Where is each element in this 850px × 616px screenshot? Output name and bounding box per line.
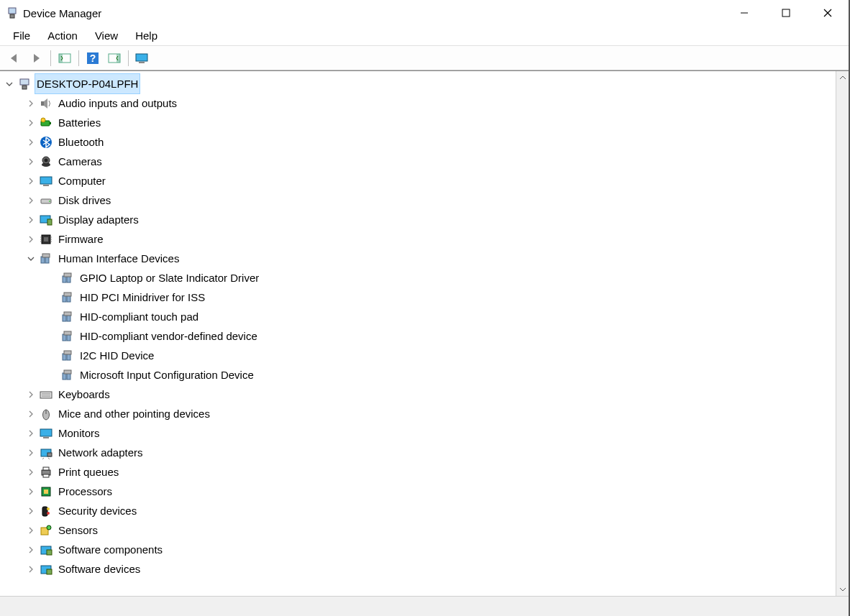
- tree-category-label[interactable]: Software devices: [56, 559, 142, 579]
- tree-category-label[interactable]: Audio inputs and outputs: [56, 93, 179, 113]
- chevron-right-icon[interactable]: [24, 524, 37, 537]
- tree-category[interactable]: Cameras: [3, 152, 836, 171]
- menu-file[interactable]: File: [4, 27, 39, 45]
- tree-category-label[interactable]: Monitors: [56, 423, 102, 443]
- menu-action[interactable]: Action: [39, 27, 86, 45]
- tree-device[interactable]: GPIO Laptop or Slate Indicator Driver: [3, 268, 836, 288]
- tree-category-label[interactable]: Software components: [56, 540, 165, 559]
- tree-category-label[interactable]: Computer: [56, 171, 108, 190]
- tree-category-label[interactable]: Cameras: [56, 152, 104, 171]
- tree-category[interactable]: Bluetooth: [3, 132, 836, 152]
- tree-category-label[interactable]: Disk drives: [56, 190, 113, 210]
- scroll-up-button[interactable]: [836, 71, 849, 84]
- tree-category[interactable]: Batteries: [3, 113, 836, 132]
- tree-root[interactable]: DESKTOP-P04LPFH: [3, 74, 836, 93]
- tree-root-label[interactable]: DESKTOP-P04LPFH: [35, 73, 140, 94]
- tree-device[interactable]: HID PCI Minidriver for ISS: [3, 288, 836, 307]
- chevron-right-icon[interactable]: [24, 408, 37, 420]
- chevron-right-icon[interactable]: [24, 116, 37, 129]
- tree-category-label[interactable]: Display adapters: [56, 210, 141, 229]
- tree-category-label[interactable]: Keyboards: [56, 385, 112, 404]
- tree-category[interactable]: Software components: [3, 540, 836, 559]
- svg-rect-12: [136, 54, 147, 61]
- svg-rect-67: [47, 453, 52, 456]
- chevron-right-icon[interactable]: [24, 155, 37, 168]
- tree-category[interactable]: Disk drives: [3, 190, 836, 210]
- tree-device-label[interactable]: HID PCI Minidriver for ISS: [78, 288, 207, 307]
- tree-category[interactable]: Monitors: [3, 423, 836, 443]
- tree-category[interactable]: Network adapters: [3, 443, 836, 462]
- tree-category[interactable]: Security devices: [3, 501, 836, 520]
- tree-category[interactable]: Firmware: [3, 229, 836, 249]
- scroll-down-button[interactable]: [836, 583, 849, 596]
- tree-category-label[interactable]: Processors: [56, 482, 114, 501]
- tree-category-label[interactable]: Security devices: [56, 501, 139, 520]
- tree-category-label[interactable]: Batteries: [56, 113, 103, 132]
- tree-category-label[interactable]: Firmware: [56, 229, 106, 249]
- chevron-right-icon[interactable]: [24, 505, 37, 518]
- tree-device-label[interactable]: HID-compliant vendor-defined device: [78, 326, 260, 346]
- tree-device-label[interactable]: I2C HID Device: [78, 346, 156, 365]
- svg-rect-49: [64, 312, 71, 316]
- chevron-down-icon[interactable]: [3, 78, 16, 91]
- tree-device-label[interactable]: GPIO Laptop or Slate Indicator Driver: [78, 268, 261, 288]
- tree-device-label[interactable]: Microsoft Input Configuration Device: [78, 365, 256, 385]
- minimize-button[interactable]: [723, 0, 765, 26]
- chevron-right-icon[interactable]: [24, 97, 37, 110]
- tree-category[interactable]: Human Interface Devices: [3, 249, 836, 268]
- chevron-right-icon[interactable]: [24, 175, 37, 188]
- chevron-right-icon[interactable]: [24, 233, 37, 246]
- device-tree[interactable]: DESKTOP-P04LPFHAudio inputs and outputsB…: [0, 71, 836, 596]
- chevron-right-icon[interactable]: [24, 194, 37, 207]
- close-button[interactable]: [807, 0, 849, 26]
- chevron-right-icon[interactable]: [24, 136, 37, 149]
- tree-category[interactable]: Audio inputs and outputs: [3, 93, 836, 113]
- chevron-right-icon[interactable]: [24, 213, 37, 226]
- svg-rect-52: [64, 331, 71, 335]
- show-hide-console-tree-button[interactable]: [54, 49, 76, 68]
- tree-device[interactable]: I2C HID Device: [3, 346, 836, 365]
- properties-button[interactable]: [104, 49, 125, 68]
- chevron-down-icon[interactable]: [24, 252, 37, 265]
- menu-view[interactable]: View: [86, 27, 127, 45]
- tree-device[interactable]: HID-compliant touch pad: [3, 307, 836, 326]
- tree-device[interactable]: Microsoft Input Configuration Device: [3, 365, 836, 385]
- tree-category-label[interactable]: Human Interface Devices: [56, 249, 181, 268]
- tree-category[interactable]: Print queues: [3, 462, 836, 482]
- chevron-right-icon[interactable]: [24, 563, 37, 576]
- security-icon: [39, 504, 53, 518]
- chevron-right-icon[interactable]: [24, 466, 37, 479]
- chevron-right-icon[interactable]: [24, 427, 37, 440]
- tree-category-label[interactable]: Bluetooth: [56, 132, 106, 152]
- svg-rect-29: [47, 219, 52, 225]
- tree-device[interactable]: HID-compliant vendor-defined device: [3, 326, 836, 346]
- scan-hardware-button[interactable]: [132, 49, 153, 68]
- chevron-right-icon[interactable]: [24, 446, 37, 459]
- tree-category[interactable]: Keyboards: [3, 385, 836, 404]
- tree-category-label[interactable]: Sensors: [56, 520, 100, 540]
- tree-category[interactable]: Sensors: [3, 520, 836, 540]
- vertical-scrollbar[interactable]: [836, 71, 849, 596]
- tree-category-label[interactable]: Network adapters: [56, 443, 145, 462]
- menu-help[interactable]: Help: [127, 27, 166, 45]
- tree-category[interactable]: Software devices: [3, 559, 836, 579]
- chevron-right-icon[interactable]: [24, 388, 37, 401]
- computer-root-icon: [17, 77, 32, 91]
- tree-category[interactable]: Processors: [3, 482, 836, 501]
- tree-category-label[interactable]: Print queues: [56, 462, 121, 482]
- back-button[interactable]: [4, 49, 26, 68]
- tree-category[interactable]: Computer: [3, 171, 836, 190]
- tree-device-label[interactable]: HID-compliant touch pad: [78, 307, 201, 326]
- svg-rect-3: [782, 9, 790, 17]
- svg-rect-58: [64, 370, 71, 374]
- maximize-button[interactable]: [765, 0, 807, 26]
- tree-category-label[interactable]: Mice and other pointing devices: [56, 404, 212, 423]
- forward-button[interactable]: [26, 49, 47, 68]
- tree-category[interactable]: Display adapters: [3, 210, 836, 229]
- tree-category[interactable]: Mice and other pointing devices: [3, 404, 836, 423]
- chevron-right-icon[interactable]: [24, 543, 37, 556]
- svg-point-19: [41, 118, 45, 122]
- help-button[interactable]: ?: [82, 49, 104, 68]
- chevron-right-icon[interactable]: [24, 485, 37, 498]
- sensor-icon: [39, 523, 53, 538]
